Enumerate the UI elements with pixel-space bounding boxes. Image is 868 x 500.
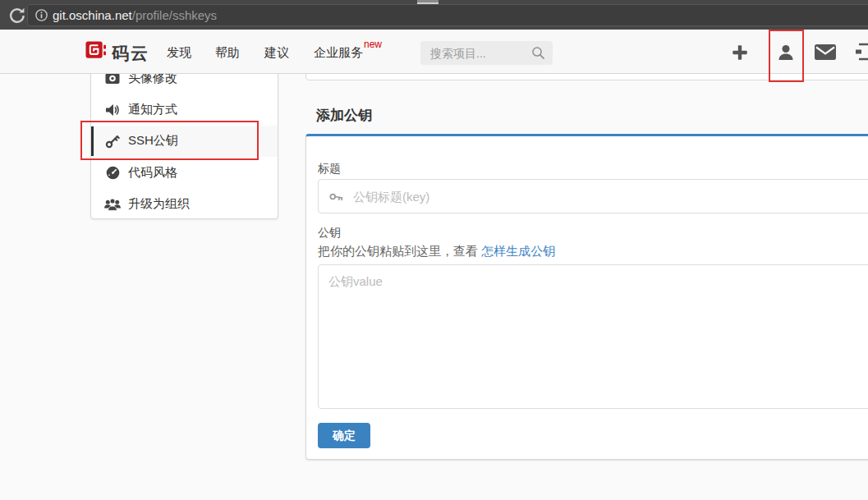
sidebar-item-label: 代码风格 xyxy=(128,165,177,181)
plus-icon[interactable] xyxy=(730,43,750,62)
nav-item-enterprise[interactable]: 企业服务 xyxy=(314,45,363,61)
url-domain: git.oschina.net xyxy=(53,8,132,22)
key-value-textarea[interactable] xyxy=(318,264,868,409)
url-text: git.oschina.net/profile/sshkeys xyxy=(53,8,217,22)
sidebar-item-upgrade-org[interactable]: 升级为组织 xyxy=(91,189,278,220)
nav-item-suggest[interactable]: 建议 xyxy=(264,45,289,61)
url-path: /profile/sshkeys xyxy=(132,8,217,22)
nav-item-discover[interactable]: 发现 xyxy=(167,45,191,61)
title-label: 标题 xyxy=(318,162,341,177)
user-icon[interactable] xyxy=(776,43,796,62)
browser-toolbar: git.oschina.net/profile/sshkeys xyxy=(0,0,868,30)
nav-item-help[interactable]: 帮助 xyxy=(215,45,240,61)
speaker-icon xyxy=(104,102,121,118)
page-title: 添加公钥 xyxy=(316,106,372,125)
mail-icon[interactable] xyxy=(815,44,834,64)
search-icon[interactable] xyxy=(531,46,545,60)
brand-name[interactable]: 码云 xyxy=(112,42,149,65)
sidebar-item-notification[interactable]: 通知方式 xyxy=(91,94,278,125)
refresh-icon[interactable] xyxy=(8,7,26,25)
gitee-logo-icon xyxy=(85,41,106,65)
hint-text: 把你的公钥粘贴到这里，查看 xyxy=(318,244,481,258)
key-label: 公钥 xyxy=(318,226,341,241)
sidebar-item-sshkeys[interactable]: SSH公钥 xyxy=(91,126,278,157)
sidebar-item-label: 通知方式 xyxy=(128,102,177,117)
url-bar[interactable]: git.oschina.net/profile/sshkeys xyxy=(27,4,868,26)
profile-settings-menu: 头像修改 通知方式 SSH公钥 xyxy=(90,62,278,219)
key-icon xyxy=(329,190,343,204)
key-hint: 把你的公钥粘贴到这里，查看 怎样生成公钥 xyxy=(318,244,555,259)
signout-icon[interactable] xyxy=(856,43,868,62)
site-navbar: 码云 发现 帮助 建议 企业服务 new xyxy=(0,30,868,74)
new-badge: new xyxy=(364,39,382,50)
users-icon xyxy=(104,196,121,213)
search-box[interactable] xyxy=(420,41,553,65)
active-indicator xyxy=(91,126,94,156)
how-to-generate-link[interactable]: 怎样生成公钥 xyxy=(481,244,555,258)
submit-button[interactable]: 确定 xyxy=(318,423,370,448)
brand-logo[interactable]: 码云 xyxy=(85,41,149,65)
dashboard-icon xyxy=(104,164,121,181)
sidebar-item-label: 升级为组织 xyxy=(128,196,190,212)
sidebar-item-label: SSH公钥 xyxy=(128,133,178,149)
sidebar-item-codestyle[interactable]: 代码风格 xyxy=(91,157,278,188)
title-input-wrap xyxy=(318,179,868,213)
info-icon[interactable] xyxy=(35,9,48,21)
key-icon xyxy=(104,133,121,149)
title-input[interactable] xyxy=(319,180,868,213)
add-sshkey-panel: 标题 公钥 把你的公钥粘贴到这里，查看 怎样生成公钥 确定 xyxy=(305,134,868,460)
